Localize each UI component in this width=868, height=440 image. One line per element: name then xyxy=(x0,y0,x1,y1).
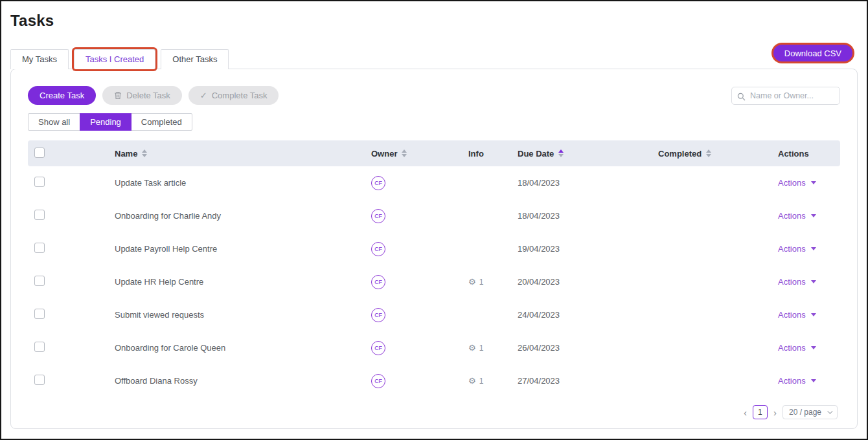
page-size-select[interactable]: 20 / page xyxy=(782,405,838,419)
row-checkbox[interactable] xyxy=(34,243,45,253)
create-task-button[interactable]: Create Task xyxy=(28,86,96,105)
sort-icon-name[interactable] xyxy=(142,149,147,157)
page-title: Tasks xyxy=(10,12,858,30)
caret-down-icon xyxy=(811,346,816,349)
tab-tasks-i-created[interactable]: Tasks I Created xyxy=(74,49,155,69)
tab-bar: My Tasks Tasks I Created Other Tasks xyxy=(10,49,858,69)
task-name: Offboard Diana Rossy xyxy=(89,376,345,386)
pagination: ‹ 1 › 20 / page xyxy=(28,405,840,419)
tasks-table: Name Owner Info Due Date Completed Actio… xyxy=(28,140,840,397)
filter-show-all[interactable]: Show all xyxy=(28,113,80,131)
column-header-due-date[interactable]: Due Date xyxy=(518,149,564,159)
complete-task-label: Complete Task xyxy=(212,91,268,100)
next-page-button[interactable]: › xyxy=(773,408,777,417)
due-date: 18/04/2023 xyxy=(507,178,632,188)
due-date: 27/04/2023 xyxy=(507,376,632,386)
filter-group: Show all Pending Completed xyxy=(28,113,840,131)
tab-my-tasks[interactable]: My Tasks xyxy=(10,49,69,69)
caret-down-icon xyxy=(811,181,816,184)
search-input[interactable] xyxy=(731,87,840,105)
owner-avatar[interactable]: CF xyxy=(371,242,385,256)
row-checkbox[interactable] xyxy=(34,309,45,319)
task-name: Update HR Help Centre xyxy=(89,277,345,287)
filter-pending[interactable]: Pending xyxy=(80,113,131,131)
select-chevron-icon xyxy=(827,408,832,413)
column-header-actions: Actions xyxy=(778,149,809,159)
sort-icon-completed[interactable] xyxy=(706,149,711,157)
task-name: Onboarding for Charlie Andy xyxy=(89,211,345,221)
row-checkbox[interactable] xyxy=(34,177,45,187)
table-header: Name Owner Info Due Date Completed Actio… xyxy=(28,140,840,166)
actions-label: Actions xyxy=(778,343,806,353)
column-header-owner[interactable]: Owner xyxy=(371,149,407,159)
column-header-info: Info xyxy=(468,149,484,159)
caret-down-icon xyxy=(811,280,816,283)
row-checkbox[interactable] xyxy=(34,276,45,286)
owner-avatar[interactable]: CF xyxy=(371,209,385,223)
owner-avatar[interactable]: CF xyxy=(371,341,385,355)
gear-icon: ⚙ xyxy=(468,278,476,286)
check-icon: ✓ xyxy=(200,91,207,100)
search-icon xyxy=(737,92,746,104)
due-date: 26/04/2023 xyxy=(507,343,632,353)
sort-icon-due-date[interactable] xyxy=(558,149,564,157)
delete-task-label: Delete Task xyxy=(126,91,170,100)
due-date: 24/04/2023 xyxy=(507,310,632,320)
download-csv-button[interactable]: Download CSV xyxy=(773,45,852,61)
row-checkbox[interactable] xyxy=(34,210,45,220)
trash-icon xyxy=(114,91,122,100)
toolbar: Create Task Delete Task ✓ Complete Task xyxy=(28,86,840,105)
owner-avatar[interactable]: CF xyxy=(371,374,385,388)
column-header-name[interactable]: Name xyxy=(115,149,147,159)
page-size-value: 20 / page xyxy=(789,408,821,417)
info-count: 1 xyxy=(479,344,484,353)
actions-dropdown[interactable]: Actions xyxy=(778,244,816,254)
table-row: Update Task article CF ⚙ 18/04/2023 Acti… xyxy=(28,166,840,199)
current-page[interactable]: 1 xyxy=(753,405,768,419)
actions-dropdown[interactable]: Actions xyxy=(778,343,816,353)
actions-label: Actions xyxy=(778,178,806,188)
row-checkbox[interactable] xyxy=(34,375,45,385)
task-name: Onboarding for Carole Queen xyxy=(89,343,345,353)
actions-label: Actions xyxy=(778,277,806,287)
table-row: Offboard Diana Rossy CF ⚙1 27/04/2023 Ac… xyxy=(28,364,840,397)
actions-dropdown[interactable]: Actions xyxy=(778,376,816,386)
info-count: 1 xyxy=(479,377,484,386)
table-row: Onboarding for Charlie Andy CF ⚙ 18/04/2… xyxy=(28,199,840,232)
owner-avatar[interactable]: CF xyxy=(371,308,385,322)
actions-label: Actions xyxy=(778,244,806,254)
prev-page-button[interactable]: ‹ xyxy=(744,408,747,417)
actions-label: Actions xyxy=(778,310,806,320)
table-row: Update HR Help Centre CF ⚙1 20/04/2023 A… xyxy=(28,265,840,298)
task-name: Update Payroll Help Centre xyxy=(89,244,345,254)
tasks-screen: Tasks Download CSV My Tasks Tasks I Crea… xyxy=(1,1,867,439)
owner-avatar[interactable]: CF xyxy=(371,176,385,190)
sort-icon-owner[interactable] xyxy=(402,149,407,157)
actions-dropdown[interactable]: Actions xyxy=(778,310,816,320)
table-row: Onboarding for Carole Queen CF ⚙1 26/04/… xyxy=(28,331,840,364)
tab-other-tasks[interactable]: Other Tasks xyxy=(161,49,229,69)
caret-down-icon xyxy=(811,313,816,316)
gear-icon: ⚙ xyxy=(468,344,476,352)
gear-icon: ⚙ xyxy=(468,377,476,385)
filter-completed[interactable]: Completed xyxy=(131,113,192,131)
table-body: Update Task article CF ⚙ 18/04/2023 Acti… xyxy=(28,166,840,397)
complete-task-button[interactable]: ✓ Complete Task xyxy=(188,86,279,105)
table-row: Submit viewed requests CF ⚙ 24/04/2023 A… xyxy=(28,298,840,331)
actions-dropdown[interactable]: Actions xyxy=(778,178,816,188)
caret-down-icon xyxy=(811,214,816,217)
owner-avatar[interactable]: CF xyxy=(371,275,385,289)
select-all-checkbox[interactable] xyxy=(34,148,45,158)
due-date: 20/04/2023 xyxy=(507,277,632,287)
actions-dropdown[interactable]: Actions xyxy=(778,211,816,221)
search-box xyxy=(731,87,840,105)
delete-task-button[interactable]: Delete Task xyxy=(102,86,182,105)
row-checkbox[interactable] xyxy=(34,342,45,352)
due-date: 18/04/2023 xyxy=(507,211,632,221)
actions-dropdown[interactable]: Actions xyxy=(778,277,816,287)
info-count: 1 xyxy=(479,278,484,287)
actions-label: Actions xyxy=(778,211,806,221)
column-header-completed[interactable]: Completed xyxy=(658,149,711,159)
tasks-panel: Create Task Delete Task ✓ Complete Task … xyxy=(10,69,858,429)
table-row: Update Payroll Help Centre CF ⚙ 19/04/20… xyxy=(28,232,840,265)
